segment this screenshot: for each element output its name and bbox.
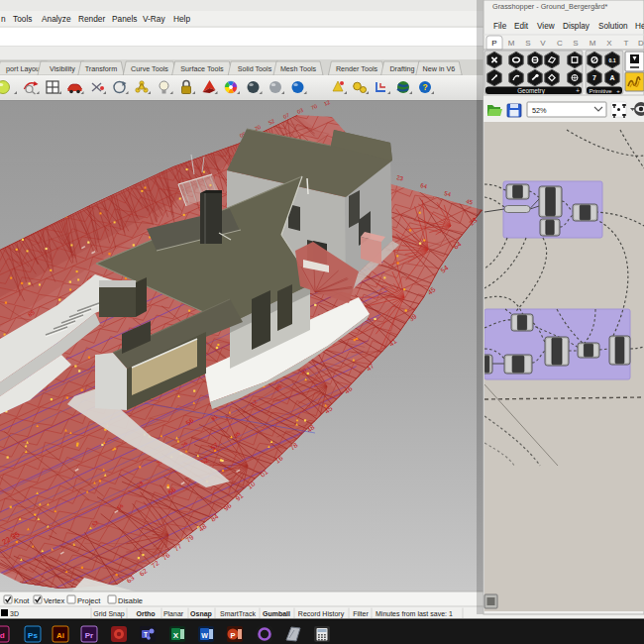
svg-text:Disable: Disable xyxy=(118,596,143,605)
svg-text:Primitive: Primitive xyxy=(589,88,612,94)
svg-text:S: S xyxy=(573,39,578,48)
svg-text:Pr: Pr xyxy=(85,631,93,640)
svg-text:Drafting: Drafting xyxy=(389,64,414,73)
svg-text:X: X xyxy=(606,39,612,48)
svg-text:M: M xyxy=(590,39,596,48)
svg-text:C: C xyxy=(557,39,563,48)
svg-text:Analyze: Analyze xyxy=(42,14,71,24)
svg-text:Surface Tools: Surface Tools xyxy=(180,64,224,73)
svg-text:n: n xyxy=(1,14,6,24)
svg-text:Tools: Tools xyxy=(13,14,32,24)
svg-text:New in V6: New in V6 xyxy=(423,64,456,73)
svg-text:Mesh Tools: Mesh Tools xyxy=(280,64,317,73)
svg-text:Transform: Transform xyxy=(85,64,117,73)
svg-text:Solution: Solution xyxy=(598,22,628,31)
svg-text:7: 7 xyxy=(592,74,596,81)
svg-text:D: D xyxy=(638,39,644,48)
svg-text:Solid Tools: Solid Tools xyxy=(238,64,272,73)
svg-text:SmartTrack: SmartTrack xyxy=(220,610,256,617)
svg-text:Minutes from last save: 1: Minutes from last save: 1 xyxy=(376,610,453,617)
svg-text:Visibility: Visibility xyxy=(50,64,75,73)
svg-text:0.1: 0.1 xyxy=(608,57,615,63)
svg-text:X: X xyxy=(173,631,179,640)
svg-text:Id: Id xyxy=(0,631,5,640)
svg-text:Render: Render xyxy=(78,14,105,24)
svg-text:Vertex: Vertex xyxy=(44,596,65,605)
svg-text:Display: Display xyxy=(563,22,590,31)
svg-text:Osnap: Osnap xyxy=(190,610,212,618)
svg-text:Ps: Ps xyxy=(28,631,38,640)
svg-text:A: A xyxy=(609,74,614,81)
svg-text:View: View xyxy=(537,22,555,31)
svg-text:File: File xyxy=(493,22,507,31)
svg-text:Curve Tools: Curve Tools xyxy=(131,64,168,73)
svg-text:He: He xyxy=(635,22,644,31)
svg-text:P: P xyxy=(230,631,235,640)
svg-text:Geometry: Geometry xyxy=(517,87,545,95)
svg-text:M: M xyxy=(508,39,515,48)
svg-text:Panels: Panels xyxy=(112,14,137,24)
svg-text:3D: 3D xyxy=(10,610,19,617)
svg-text:port Layout: port Layout xyxy=(6,64,42,73)
svg-text:?: ? xyxy=(422,82,427,92)
svg-text:W: W xyxy=(201,632,208,639)
svg-text:Grasshopper - Ground_Bergergår: Grasshopper - Ground_Bergergård* xyxy=(492,2,608,11)
svg-text:T: T xyxy=(624,39,629,48)
svg-text:Record History: Record History xyxy=(298,610,345,618)
svg-text:+: + xyxy=(576,87,580,94)
svg-text:Ai: Ai xyxy=(56,631,64,640)
svg-text:T: T xyxy=(144,631,148,638)
svg-text:P: P xyxy=(491,39,496,48)
svg-text:Gumball: Gumball xyxy=(263,610,290,617)
svg-text:Planar: Planar xyxy=(163,610,184,617)
svg-text:V-Ray: V-Ray xyxy=(143,14,165,24)
svg-text:Knot: Knot xyxy=(14,596,30,605)
svg-text:52%: 52% xyxy=(532,106,547,115)
svg-text:Grid Snap: Grid Snap xyxy=(93,610,125,618)
svg-text:V: V xyxy=(540,39,546,48)
svg-text:+: + xyxy=(616,88,620,94)
svg-text:Help: Help xyxy=(173,14,190,24)
svg-text:Project: Project xyxy=(77,596,101,605)
svg-text:S: S xyxy=(525,39,530,48)
svg-text:Ortho: Ortho xyxy=(136,610,155,617)
svg-text:Edit: Edit xyxy=(514,22,529,31)
svg-text:Filter: Filter xyxy=(353,610,369,617)
svg-text:Render Tools: Render Tools xyxy=(336,64,378,73)
